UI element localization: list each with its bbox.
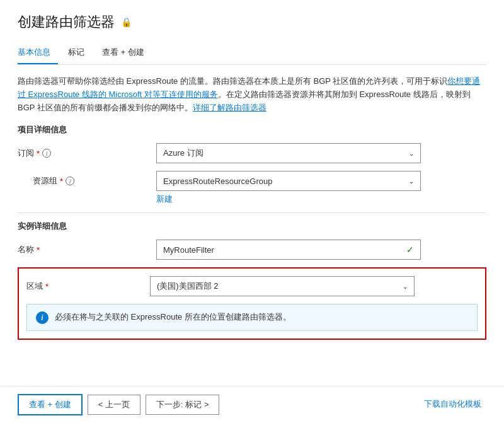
info-message: 必须在将与之关联的 ExpressRoute 所在的位置创建路由筛选器。 bbox=[55, 311, 291, 323]
subscription-chevron: ⌄ bbox=[409, 150, 414, 157]
prev-button[interactable]: < 上一页 bbox=[88, 395, 140, 415]
region-section: 区域 * (美国)美国西部 2 ⌄ i 必须在将与之关联的 ExpressRou… bbox=[18, 267, 486, 340]
subscription-row: 订阅 * i Azure 订阅 ⌄ bbox=[18, 143, 486, 163]
tabs-bar: 基本信息 标记 查看 + 创建 bbox=[18, 42, 486, 65]
review-create-button[interactable]: 查看 + 创建 bbox=[18, 394, 83, 415]
resource-group-label: 资源组 * i bbox=[18, 171, 156, 187]
resource-group-new-link[interactable]: 新建 bbox=[156, 194, 173, 205]
resource-group-info-icon[interactable]: i bbox=[66, 177, 74, 185]
page-title: 创建路由筛选器 bbox=[18, 13, 115, 32]
name-valid-checkmark: ✓ bbox=[406, 245, 414, 255]
name-control-wrapper: MyRouteFilter ✓ bbox=[156, 240, 421, 260]
page-header: 创建路由筛选器 🔒 bbox=[18, 13, 486, 32]
subscription-required: * bbox=[37, 149, 40, 158]
name-label: 名称 * bbox=[18, 240, 156, 255]
description-section: 路由筛选器可帮助你筛选经由 ExpressRoute 的流量。路由筛选器在本质上… bbox=[18, 75, 486, 114]
name-input[interactable]: MyRouteFilter ✓ bbox=[156, 240, 421, 260]
description-link2[interactable]: 详细了解路由筛选器 bbox=[193, 103, 266, 112]
region-required: * bbox=[45, 282, 49, 291]
name-row: 名称 * MyRouteFilter ✓ bbox=[18, 240, 486, 260]
subscription-label: 订阅 * i bbox=[18, 143, 156, 159]
next-button[interactable]: 下一步: 标记 > bbox=[146, 395, 219, 415]
info-box: i 必须在将与之关联的 ExpressRoute 所在的位置创建路由筛选器。 bbox=[26, 304, 478, 331]
tab-tags[interactable]: 标记 bbox=[68, 42, 92, 64]
resource-group-required: * bbox=[60, 177, 63, 186]
region-label: 区域 * bbox=[26, 281, 150, 292]
subscription-dropdown[interactable]: Azure 订阅 ⌄ bbox=[156, 143, 421, 163]
subscription-info-icon[interactable]: i bbox=[42, 149, 51, 158]
description-text1: 路由筛选器可帮助你筛选经由 ExpressRoute 的流量。路由筛选器在本质上… bbox=[18, 76, 447, 86]
footer-bar: 查看 + 创建 < 上一页 下一步: 标记 > 下载自动化模板 bbox=[0, 386, 504, 423]
resource-group-chevron: ⌄ bbox=[409, 178, 414, 185]
region-chevron: ⌄ bbox=[403, 283, 408, 290]
tab-basics[interactable]: 基本信息 bbox=[18, 42, 58, 64]
resource-group-row: 资源组 * i ExpressRouteResourceGroup ⌄ 新建 bbox=[18, 171, 486, 205]
region-dropdown[interactable]: (美国)美国西部 2 ⌄ bbox=[150, 276, 415, 296]
info-circle-icon: i bbox=[36, 311, 49, 324]
name-value: MyRouteFilter bbox=[163, 245, 214, 255]
page-container: 创建路由筛选器 🔒 基本信息 标记 查看 + 创建 路由筛选器可帮助你筛选经由 … bbox=[0, 0, 504, 423]
name-required: * bbox=[37, 245, 40, 255]
lock-icon: 🔒 bbox=[121, 17, 132, 27]
instance-details-header: 实例详细信息 bbox=[18, 221, 486, 232]
main-content: 创建路由筛选器 🔒 基本信息 标记 查看 + 创建 路由筛选器可帮助你筛选经由 … bbox=[0, 0, 504, 386]
resource-group-value: ExpressRouteResourceGroup bbox=[163, 177, 272, 186]
project-details-header: 项目详细信息 bbox=[18, 124, 486, 136]
region-value: (美国)美国西部 2 bbox=[157, 281, 219, 292]
resource-group-control-wrapper: ExpressRouteResourceGroup ⌄ 新建 bbox=[156, 171, 421, 205]
tab-review[interactable]: 查看 + 创建 bbox=[102, 42, 152, 64]
subscription-control-wrapper: Azure 订阅 ⌄ bbox=[156, 143, 421, 163]
download-template-link[interactable]: 下载自动化模板 bbox=[419, 395, 486, 415]
region-row: 区域 * (美国)美国西部 2 ⌄ bbox=[26, 276, 478, 296]
divider1 bbox=[18, 212, 486, 213]
resource-group-dropdown[interactable]: ExpressRouteResourceGroup ⌄ bbox=[156, 171, 421, 191]
subscription-value: Azure 订阅 bbox=[163, 148, 203, 159]
